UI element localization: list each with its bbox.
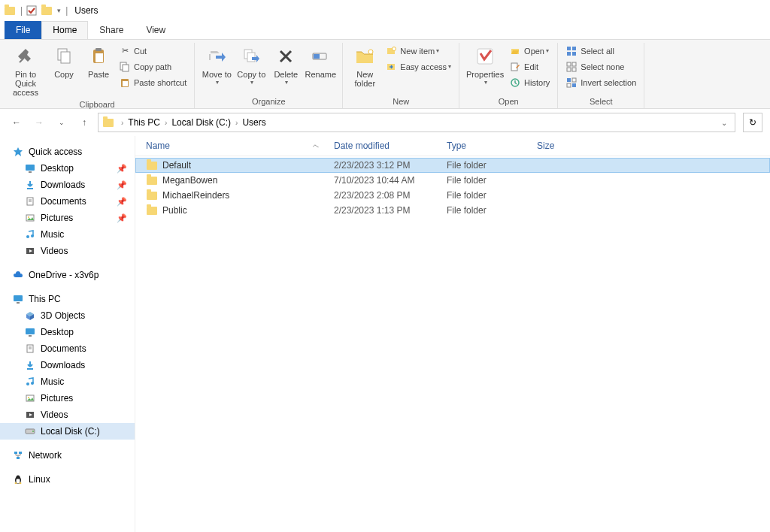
- paste-shortcut-icon: [119, 77, 131, 89]
- chevron-right-icon[interactable]: ›: [118, 119, 126, 127]
- svg-rect-14: [314, 54, 320, 59]
- sidebar-item[interactable]: Downloads📌: [0, 177, 135, 193]
- tab-file[interactable]: File: [5, 21, 41, 39]
- chevron-down-icon[interactable]: ⌄: [717, 119, 732, 127]
- svg-point-67: [15, 482, 17, 484]
- nav-forward-button[interactable]: →: [30, 113, 48, 131]
- sidebar-item[interactable]: Music: [0, 226, 135, 243]
- svg-rect-49: [29, 335, 32, 337]
- sidebar-item[interactable]: Music: [0, 373, 135, 390]
- invert-selection-button[interactable]: Invert selection: [562, 74, 639, 90]
- copy-path-button[interactable]: Copy path: [116, 59, 189, 74]
- paste-shortcut-button[interactable]: Paste shortcut: [116, 74, 189, 90]
- copy-to-button[interactable]: Copy to▾: [234, 43, 268, 87]
- sidebar-item-linux[interactable]: Linux: [0, 471, 135, 488]
- sidebar-item[interactable]: Videos: [0, 407, 135, 423]
- file-name: MeganBowen: [162, 175, 217, 186]
- folder-icon: [3, 4, 17, 17]
- svg-rect-0: [27, 6, 36, 15]
- sidebar-item-label: Pictures: [41, 393, 73, 404]
- table-row[interactable]: Default2/23/2023 3:12 PMFile folder: [135, 158, 770, 173]
- table-row[interactable]: MichaelReinders2/23/2023 2:08 PMFile fol…: [135, 188, 770, 203]
- nav-up-button[interactable]: ↑: [75, 113, 93, 131]
- paste-icon: [86, 44, 111, 68]
- nav-back-button[interactable]: ←: [8, 113, 26, 131]
- new-item-button[interactable]: New item▾: [382, 43, 454, 59]
- cut-button[interactable]: ✂Cut: [116, 43, 189, 59]
- copy-icon: [52, 44, 76, 68]
- svg-rect-24: [572, 47, 576, 50]
- item-icon: [24, 245, 36, 257]
- sidebar-item[interactable]: Local Disk (C:): [0, 423, 135, 440]
- svg-rect-31: [567, 78, 571, 82]
- svg-point-42: [28, 216, 29, 218]
- item-icon: [24, 376, 36, 388]
- paste-button[interactable]: Paste: [81, 43, 116, 80]
- sidebar-item[interactable]: Documents📌: [0, 193, 135, 210]
- sidebar-item[interactable]: Desktop: [0, 324, 135, 340]
- copy-button[interactable]: Copy: [47, 43, 81, 80]
- column-header-type[interactable]: Type: [447, 141, 537, 151]
- sidebar-item-quick-access[interactable]: Quick access: [0, 144, 135, 160]
- sidebar-item[interactable]: Documents: [0, 340, 135, 357]
- file-name: Public: [162, 205, 187, 216]
- tab-view[interactable]: View: [135, 21, 177, 39]
- rename-button[interactable]: Rename: [303, 43, 338, 80]
- column-header-date[interactable]: Date modified: [334, 141, 447, 151]
- sidebar-item[interactable]: Videos: [0, 243, 135, 259]
- qat-dropdown-icon[interactable]: ▾: [57, 7, 61, 14]
- item-icon: [24, 392, 36, 404]
- sidebar-item[interactable]: Pictures📌: [0, 210, 135, 226]
- qat-check-icon[interactable]: [25, 4, 38, 17]
- move-to-button[interactable]: Move to▾: [199, 43, 234, 87]
- pin-to-quick-access-button[interactable]: Pin to Quick access: [5, 43, 47, 98]
- item-icon: [24, 212, 36, 224]
- sidebar-item-onedrive[interactable]: OneDrive - x3v6p: [0, 267, 135, 283]
- table-row[interactable]: Public2/23/2023 1:13 PMFile folder: [135, 203, 770, 218]
- copy-to-icon: [239, 44, 263, 68]
- item-icon: [24, 195, 36, 207]
- chevron-right-icon[interactable]: ›: [162, 119, 170, 127]
- file-list-pane: Nameヘ Date modified Type Size Default2/2…: [135, 136, 770, 532]
- sidebar-item-network[interactable]: Network: [0, 447, 135, 464]
- edit-button[interactable]: Edit: [506, 59, 553, 74]
- breadcrumb-segment[interactable]: Local Disk (C:): [170, 117, 232, 128]
- breadcrumb-segment[interactable]: This PC: [126, 117, 162, 128]
- chevron-right-icon[interactable]: ›: [232, 119, 241, 127]
- delete-button[interactable]: Delete▾: [268, 43, 303, 87]
- breadcrumb-segment[interactable]: Users: [241, 117, 267, 128]
- group-select: Select all Select none Invert selection …: [558, 43, 644, 108]
- tab-share[interactable]: Share: [88, 21, 135, 39]
- table-row[interactable]: MeganBowen7/10/2023 10:44 AMFile folder: [135, 173, 770, 188]
- open-button[interactable]: Open▾: [506, 43, 553, 59]
- properties-button[interactable]: Properties▾: [464, 43, 506, 87]
- nav-recent-button[interactable]: ⌄: [53, 113, 71, 131]
- column-header-name[interactable]: Nameヘ: [146, 141, 334, 151]
- select-none-button[interactable]: Select none: [562, 59, 639, 74]
- move-to-icon: [205, 44, 229, 68]
- item-icon: [24, 310, 36, 322]
- group-label-open: Open: [464, 95, 553, 108]
- tab-home[interactable]: Home: [41, 21, 88, 39]
- svg-point-43: [26, 235, 29, 238]
- penguin-icon: [12, 473, 24, 485]
- sidebar-item[interactable]: 3D Objects: [0, 307, 135, 324]
- breadcrumb[interactable]: › This PC › Local Disk (C:) › Users ⌄: [98, 113, 735, 132]
- cloud-icon: [12, 269, 24, 281]
- select-all-button[interactable]: Select all: [562, 43, 639, 59]
- rename-icon: [308, 44, 332, 68]
- svg-rect-23: [567, 47, 571, 50]
- sidebar-item-label: Desktop: [41, 163, 74, 174]
- history-button[interactable]: History: [506, 74, 553, 90]
- sidebar-item[interactable]: Desktop📌: [0, 160, 135, 177]
- easy-access-button[interactable]: Easy access▾: [382, 59, 454, 74]
- svg-point-17: [393, 47, 396, 50]
- sidebar-item[interactable]: Downloads: [0, 357, 135, 373]
- new-folder-button[interactable]: New folder: [347, 43, 382, 89]
- sidebar-item-this-pc[interactable]: This PC: [0, 291, 135, 307]
- refresh-button[interactable]: ↻: [743, 113, 762, 132]
- column-headers: Nameヘ Date modified Type Size: [135, 136, 770, 156]
- column-header-size[interactable]: Size: [537, 141, 597, 151]
- sidebar-item[interactable]: Pictures: [0, 390, 135, 407]
- svg-point-54: [26, 382, 29, 385]
